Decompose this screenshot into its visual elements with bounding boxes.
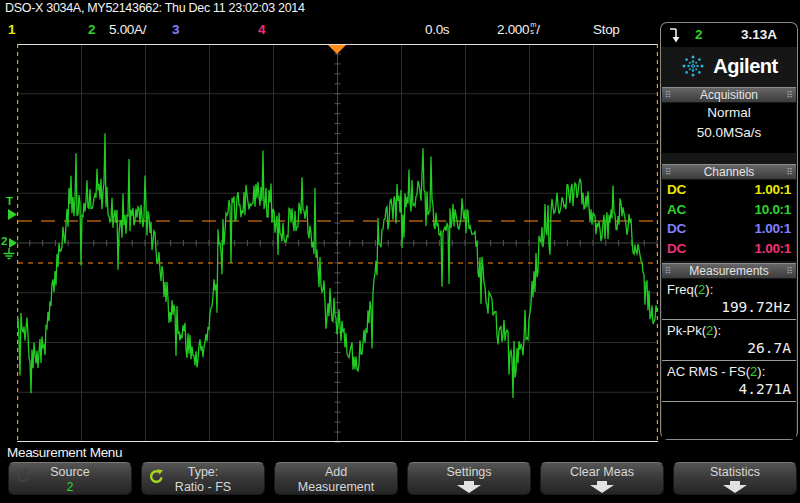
status-ch1-number: 1 <box>8 22 15 37</box>
trigger-source: 2 <box>695 27 703 42</box>
brand-row: Agilent <box>665 48 793 84</box>
ch2-ground-marker-arrow-icon <box>9 238 17 248</box>
measurements-title: Measurements <box>689 264 768 278</box>
softkey-statistics[interactable]: Statistics <box>673 462 797 495</box>
measurement-pkpk-value: 26.7A <box>667 339 791 358</box>
status-timebase: 2.000ms/ <box>497 22 540 37</box>
measurement-freq-value: 199.72Hz <box>667 298 791 317</box>
channels-section-header: ⠿ Channels ⠿ <box>662 164 796 179</box>
oscilloscope-screen: DSO-X 3034A, MY52143662: Thu Dec 11 23:0… <box>0 0 800 503</box>
falling-edge-trigger-icon <box>669 26 682 43</box>
status-delay: 0.0s <box>425 22 449 37</box>
ground-symbol-icon <box>3 248 15 260</box>
trigger-position-marker-icon <box>328 45 346 54</box>
grip-icon: ⠿ <box>786 91 793 100</box>
down-arrow-icon <box>584 481 620 493</box>
timebase-mantissa: 2.000 <box>497 22 529 37</box>
acquisition-section-body: Normal 50.0MSa/s <box>662 103 796 153</box>
measurement-acrms: AC RMS - FS(2): 4.271A <box>662 361 796 402</box>
trigger-level-marker-icon <box>8 209 17 220</box>
grip-icon: ⠿ <box>665 267 672 276</box>
ch2-ground-marker-label: 2 <box>1 236 7 247</box>
timebase-per: / <box>536 22 539 37</box>
instrument-title: DSO-X 3034A, MY52143662: Thu Dec 11 23:0… <box>5 1 305 15</box>
trigger-level-marker-label: T <box>6 196 13 207</box>
acquisition-mode: Normal <box>662 103 796 123</box>
acquisition-section-header: ⠿ Acquisition ⠿ <box>662 87 796 102</box>
channel-row-2: AC10.0:1 <box>662 200 796 220</box>
grip-icon: ⠿ <box>786 168 793 177</box>
rotate-knob-icon <box>15 468 31 484</box>
measurements-section-body: Freq(2): 199.72Hz Pk-Pk(2): 26.7A AC RMS… <box>662 279 796 439</box>
channel-row-1: DC1.00:1 <box>662 180 796 200</box>
acquisition-title: Acquisition <box>700 88 758 102</box>
brand-name: Agilent <box>713 55 777 78</box>
status-run-state: Stop <box>593 22 620 37</box>
down-arrow-icon <box>717 481 753 493</box>
trigger-status-tab: 2 3.13A <box>660 22 798 47</box>
agilent-logo-icon <box>680 53 706 79</box>
status-ch2-scale: 5.00A/ <box>109 22 146 37</box>
softkey-clear-meas[interactable]: Clear Meas <box>540 462 664 495</box>
trigger-level: 3.13A <box>741 27 777 42</box>
softkey-source[interactable]: Source 2 <box>8 462 132 495</box>
grip-icon: ⠿ <box>665 91 672 100</box>
waveform-display <box>17 44 658 443</box>
grip-icon: ⠿ <box>786 267 793 276</box>
status-ch4-number: 4 <box>258 22 265 37</box>
softkey-menu: Source 2 Type: Ratio - FS Add Measuremen… <box>8 462 797 495</box>
menu-title: Measurement Menu <box>7 445 122 460</box>
sample-rate: 50.0MSa/s <box>662 123 796 143</box>
measurement-acrms-value: 4.271A <box>667 380 791 399</box>
status-ch2-number: 2 <box>88 22 95 37</box>
softkey-settings[interactable]: Settings <box>407 462 531 495</box>
info-side-panel: Agilent ⠿ Acquisition ⠿ Normal 50.0MSa/s… <box>660 44 798 440</box>
softkey-add-measurement[interactable]: Add Measurement <box>274 462 398 495</box>
measurement-pkpk: Pk-Pk(2): 26.7A <box>662 320 796 361</box>
channels-section-body: DC1.00:1 AC10.0:1 DC1.00:1 DC1.00:1 <box>662 180 796 261</box>
channels-title: Channels <box>704 165 755 179</box>
channel-row-4: DC1.00:1 <box>662 239 796 259</box>
measurements-section-header: ⠿ Measurements ⠿ <box>662 263 796 278</box>
status-ch3-number: 3 <box>172 22 179 37</box>
channel-row-3: DC1.00:1 <box>662 219 796 239</box>
measurement-freq: Freq(2): 199.72Hz <box>662 279 796 320</box>
down-arrow-icon <box>451 481 487 493</box>
rotate-knob-icon <box>148 468 165 485</box>
softkey-type[interactable]: Type: Ratio - FS <box>141 462 265 495</box>
grip-icon: ⠿ <box>665 168 672 177</box>
